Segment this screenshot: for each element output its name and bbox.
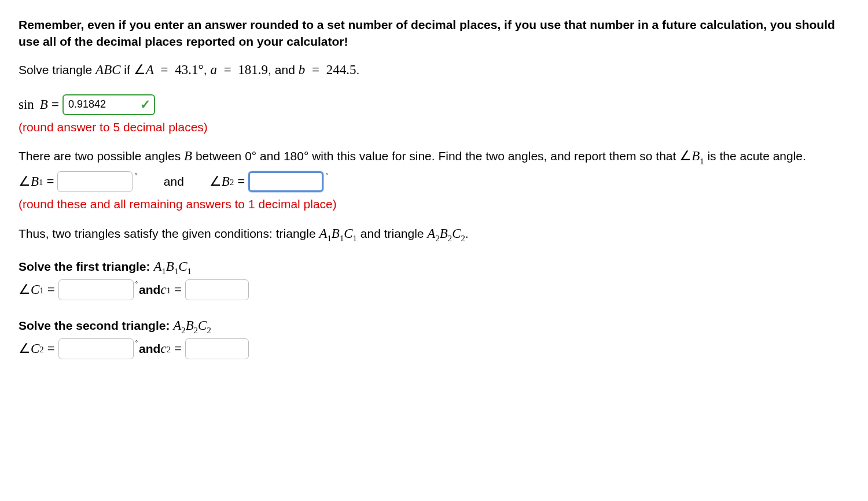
angle-symbol: ∠ (19, 281, 31, 299)
b1-sub: 1 (700, 157, 704, 166)
check-icon: ✓ (140, 96, 150, 114)
tri1-heading-prefix: Solve the first triangle: (19, 260, 153, 273)
side-c2-input[interactable] (185, 338, 249, 359)
side-c1-sub: 1 (167, 285, 171, 297)
tri2-as: 2 (181, 326, 185, 335)
angle-c2-input[interactable] (58, 338, 134, 359)
two-angles-part2: between 0° and 180° with this value for … (192, 149, 679, 163)
equals: = (154, 62, 175, 77)
c1-label: C (31, 281, 39, 299)
tri1-b: B (166, 259, 174, 274)
and-word: and (139, 340, 160, 357)
sin-b-row: sin B = ✓ (19, 94, 849, 115)
b1-sub: 1 (39, 176, 43, 189)
sin-b-input-wrap: ✓ (62, 94, 155, 115)
tri1-cs: 1 (187, 267, 192, 276)
t1-c: C (344, 226, 352, 241)
two-tri-end: . (465, 227, 469, 240)
t1-a: A (319, 226, 327, 241)
two-triangles-intro: Thus, two triangles satisfy the given co… (19, 224, 849, 244)
b-label: B (40, 95, 48, 114)
tri2-cs: 2 (207, 326, 211, 335)
degree: ° (198, 62, 204, 77)
equals: = (44, 340, 58, 358)
angle-symbol: ∠ (19, 340, 31, 358)
tri1-a: A (153, 259, 161, 274)
angle-b2-input[interactable] (248, 171, 323, 192)
angle-a-label: A (146, 62, 154, 77)
problem-statement: Solve triangle ABC if ∠A = 43.1°, a = 18… (19, 61, 849, 79)
tri2-heading: Solve the second triangle: A2B2C2 (19, 316, 849, 336)
c2-label: C (31, 340, 39, 358)
two-angles-part3: is the acute angle. (704, 149, 806, 163)
triangle-name: ABC (95, 62, 120, 77)
two-angles-text: There are two possible angles B between … (19, 147, 849, 167)
side-c1-label: c (160, 281, 166, 299)
angle-symbol: ∠ (19, 172, 31, 191)
comma: , (204, 63, 211, 76)
t1-b: B (332, 226, 340, 241)
t1-as: 1 (328, 234, 332, 243)
angle-c1-input[interactable] (58, 279, 134, 300)
equals: = (48, 95, 62, 114)
angle-symbol: ∠ (209, 172, 222, 191)
t2-a: A (427, 226, 435, 241)
equals: = (44, 281, 58, 299)
side-c2-label: c (160, 340, 166, 358)
t2-bs: 2 (448, 234, 452, 243)
intro-reminder: Remember, even if you enter an answer ro… (19, 16, 849, 50)
tri1-as: 1 (161, 267, 165, 276)
angle-symbol: ∠ (679, 149, 692, 163)
tri1-c: C (178, 259, 187, 274)
tri2-a: A (173, 318, 181, 333)
tri2-b: B (186, 318, 194, 333)
side-c1-input[interactable] (185, 279, 249, 300)
problem-prefix: Solve triangle (19, 63, 95, 76)
and-word: and (139, 281, 160, 298)
t2-as: 2 (435, 234, 439, 243)
b1-label: B (692, 149, 700, 163)
equals: = (171, 281, 185, 299)
b2-sub: 2 (230, 176, 234, 189)
tri2-heading-prefix: Solve the second triangle: (19, 319, 173, 332)
tri1-row: ∠C1 = ° and c1 = (19, 279, 849, 300)
two-tri-part1: Thus, two triangles satisfy the given co… (19, 227, 319, 240)
period: . (356, 63, 359, 76)
two-tri-mid: and triangle (357, 227, 427, 240)
side-b-label: b (299, 62, 306, 77)
equals: = (217, 62, 238, 77)
tri2-bs: 2 (194, 326, 198, 335)
c1-sub: 1 (39, 285, 43, 297)
t2-c: C (452, 226, 461, 241)
angle-symbol: ∠ (134, 62, 146, 77)
t1-cs: 1 (353, 234, 357, 243)
b-var: B (184, 149, 192, 163)
tri1-heading: Solve the first triangle: A1B1C1 (19, 257, 849, 277)
two-angles-part1: There are two possible angles (19, 149, 184, 163)
angle-b1-input[interactable] (57, 171, 133, 192)
t1-bs: 1 (340, 234, 344, 243)
equals: = (305, 62, 326, 77)
side-a-value: 181.9 (238, 62, 268, 77)
degree-suffix: ° (325, 171, 328, 180)
problem-if: if (121, 63, 134, 76)
and-word: , and (268, 63, 299, 76)
side-c2-sub: 2 (167, 344, 171, 356)
equals: = (234, 172, 248, 191)
sin-label: sin (19, 95, 34, 114)
t2-b: B (440, 226, 448, 241)
side-b-value: 244.5 (326, 62, 356, 77)
b1-label: B (31, 172, 39, 191)
equals: = (43, 172, 57, 191)
tri2-row: ∠C2 = ° and c2 = (19, 338, 849, 359)
degree-suffix: ° (135, 338, 138, 347)
and-word: and (164, 173, 184, 190)
angles-note: (round these and all remaining answers t… (19, 196, 849, 212)
sin-b-note: (round answer to 5 decimal places) (19, 119, 849, 135)
degree-suffix: ° (135, 279, 138, 288)
equals: = (171, 340, 185, 358)
side-a-label: a (210, 62, 217, 77)
t2-cs: 2 (461, 234, 465, 243)
angle-a-value: 43.1 (175, 62, 198, 77)
tri2-c: C (198, 318, 207, 333)
